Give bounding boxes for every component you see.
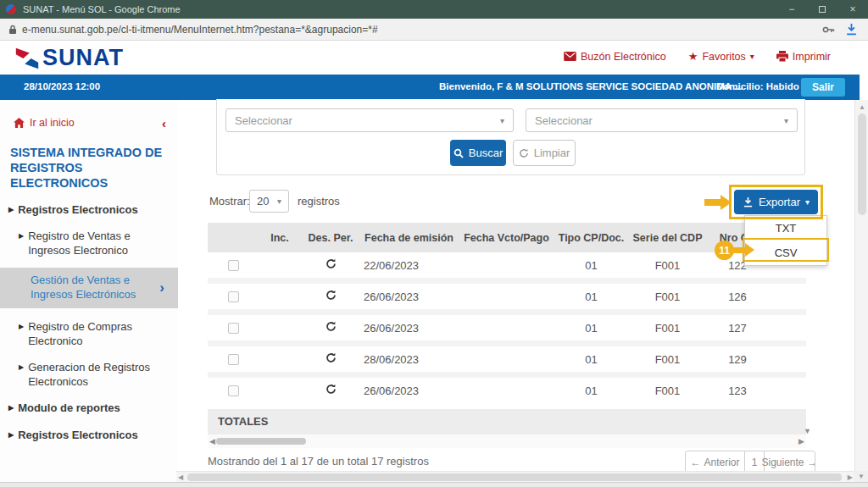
table-horizontal-scrollbar[interactable]: ◀ ▶ xyxy=(208,434,806,448)
scroll-right-icon[interactable]: ▶ xyxy=(848,473,853,481)
table-scroll-down-icon[interactable]: ▼ xyxy=(804,427,811,435)
sunat-logo-icon xyxy=(14,46,41,71)
caret-down-icon: ▾ xyxy=(784,116,788,125)
window-bottom-edge xyxy=(0,482,868,487)
refresh-icon xyxy=(326,290,337,301)
maximize-button[interactable] xyxy=(807,0,837,19)
tipo-cp-cell: 01 xyxy=(555,322,627,335)
column-header: Tipo CP/Doc. xyxy=(555,232,627,244)
address-bar[interactable]: e-menu.sunat.gob.pe/cl-ti-itmenu/MenuInt… xyxy=(0,19,868,41)
scroll-left-icon[interactable]: ◀ xyxy=(209,437,215,445)
sidebar-home-link[interactable]: Ir al inicio ‹ xyxy=(0,113,178,133)
row-checkbox[interactable] xyxy=(228,323,239,334)
favoritos-link[interactable]: ★ Favoritos ▾ xyxy=(688,50,754,63)
tipo-cp-cell: 01 xyxy=(555,353,627,366)
annotation-arrow-csv-head xyxy=(745,243,754,257)
download-icon[interactable] xyxy=(845,23,858,36)
fecha-emision-cell: 22/06/2023 xyxy=(360,259,458,272)
sidebar-item[interactable]: ▶Generacion de Registros Electronicos xyxy=(19,361,171,390)
domicilio-status: Domicilio: Habido xyxy=(716,81,799,91)
sidebar-item-label: Registros Electronicos xyxy=(18,203,138,218)
caret-down-icon: ▾ xyxy=(500,116,504,125)
window-titlebar: SUNAT - Menú SOL - Google Chrome − × xyxy=(0,0,868,19)
sidebar-item[interactable]: ▶Registro de Ventas e Ingresos Electroni… xyxy=(19,230,171,258)
collapse-sidebar-icon[interactable]: ‹ xyxy=(162,116,166,130)
row-refresh-button[interactable] xyxy=(326,321,337,335)
filter-select-2[interactable]: Seleccionar▾ xyxy=(526,108,798,132)
fecha-emision-cell: 26/06/2023 xyxy=(360,291,458,303)
refresh-icon xyxy=(519,148,529,158)
sunat-favicon-icon xyxy=(6,4,16,14)
row-checkbox[interactable] xyxy=(228,260,239,271)
sidebar-item[interactable]: ▶Registro de Compras Electronico xyxy=(19,320,171,349)
sidebar-item[interactable]: ▶Registros Electronicos xyxy=(8,429,171,443)
column-header: Inc. xyxy=(259,232,301,244)
column-header: Fecha de emisión xyxy=(360,232,458,244)
page-content: SUNAT Buzón Electrónico ★ Favoritos ▾ Im… xyxy=(0,41,868,487)
scroll-left-icon[interactable]: ◀ xyxy=(178,473,183,481)
refresh-icon xyxy=(326,352,337,363)
annotation-arrow-exportar xyxy=(704,199,721,206)
vscroll-thumb[interactable] xyxy=(858,113,866,215)
arrow-right-icon: → xyxy=(808,457,815,468)
lock-icon xyxy=(8,25,17,35)
row-checkbox[interactable] xyxy=(228,291,239,302)
fecha-emision-cell: 26/06/2023 xyxy=(360,322,458,335)
row-refresh-button[interactable] xyxy=(326,384,337,397)
row-refresh-button[interactable] xyxy=(326,290,337,303)
row-select-cell xyxy=(208,323,259,334)
table-hscroll-thumb[interactable] xyxy=(216,438,306,445)
buzon-electronico-link[interactable]: Buzón Electrónico xyxy=(564,51,666,63)
url-text[interactable]: e-menu.sunat.gob.pe/cl-ti-itmenu/MenuInt… xyxy=(22,24,822,36)
column-header: Fecha Vcto/Pago xyxy=(458,232,555,244)
filter-select-1[interactable]: Seleccionar▾ xyxy=(225,108,514,132)
minimize-button[interactable]: − xyxy=(776,0,807,19)
sidebar: Ir al inicio ‹ SISTEMA INTEGRADO DE REGI… xyxy=(0,100,178,487)
row-refresh-button[interactable] xyxy=(326,258,337,272)
table-row: 26/06/202301F001123 xyxy=(208,378,806,403)
annotation-arrow-csv xyxy=(733,247,745,253)
page-size-select[interactable]: 20▾ xyxy=(249,190,289,213)
row-checkbox[interactable] xyxy=(228,354,239,365)
arrow-left-icon: ← xyxy=(690,457,700,468)
filter-panel: Seleccionar▾ Seleccionar▾ Buscar Limpiar xyxy=(216,99,805,175)
table-row: 26/06/202301F001127 xyxy=(208,315,806,340)
star-icon: ★ xyxy=(688,50,698,63)
sidebar-item-label: Gestión de Ventas e Ingresos Electrónico… xyxy=(31,274,159,302)
des-per-cell xyxy=(301,321,360,335)
home-icon xyxy=(14,118,25,128)
triangle-right-icon: ▶ xyxy=(8,206,14,214)
salir-button[interactable]: Salir xyxy=(801,78,845,97)
imprimir-link[interactable]: Imprimir xyxy=(776,51,831,63)
scroll-down-icon[interactable]: ▼ xyxy=(858,473,865,480)
column-header: Des. Per. xyxy=(301,232,360,244)
scroll-up-icon[interactable]: ▲ xyxy=(859,103,865,111)
close-button[interactable]: × xyxy=(837,0,868,19)
refresh-icon xyxy=(326,258,337,269)
scrollbar-corner[interactable]: ▼ xyxy=(854,471,868,482)
row-refresh-button[interactable] xyxy=(326,352,337,366)
column-header: Serie del CDP xyxy=(627,232,708,244)
export-menu-item-txt[interactable]: TXT xyxy=(745,216,826,241)
nro-cp-cell: 123 xyxy=(708,385,767,397)
limpiar-button[interactable]: Limpiar xyxy=(513,140,576,166)
sunat-logo[interactable]: SUNAT xyxy=(14,45,124,71)
key-icon[interactable] xyxy=(822,25,835,34)
scroll-right-icon[interactable]: ▶ xyxy=(798,437,804,445)
row-checkbox[interactable] xyxy=(228,385,239,396)
sidebar-item[interactable]: Gestión de Ventas e Ingresos Electrónico… xyxy=(0,268,178,308)
sidebar-item[interactable]: ▶Registros Electronicos xyxy=(8,203,171,218)
session-bar: 28/10/2023 12:00 Bienvenido, F & M SOLUT… xyxy=(0,75,860,100)
triangle-right-icon: ▶ xyxy=(19,363,24,372)
session-datetime: 28/10/2023 12:00 xyxy=(24,81,100,91)
table-row: 28/06/202301F001129 xyxy=(208,346,806,372)
annotation-highlight-csv xyxy=(743,238,829,262)
page-horizontal-scrollbar[interactable]: ◀ ▶ xyxy=(176,471,854,482)
annotation-arrow-exportar-head xyxy=(721,195,732,210)
page-vertical-scrollbar[interactable]: ▲ xyxy=(854,100,868,472)
buscar-button[interactable]: Buscar xyxy=(450,140,506,166)
sidebar-item[interactable]: ▶Modulo de reportes xyxy=(8,401,171,416)
nro-cp-cell: 127 xyxy=(708,322,767,335)
hscroll-thumb[interactable] xyxy=(187,473,842,481)
tipo-cp-cell: 01 xyxy=(555,259,627,272)
